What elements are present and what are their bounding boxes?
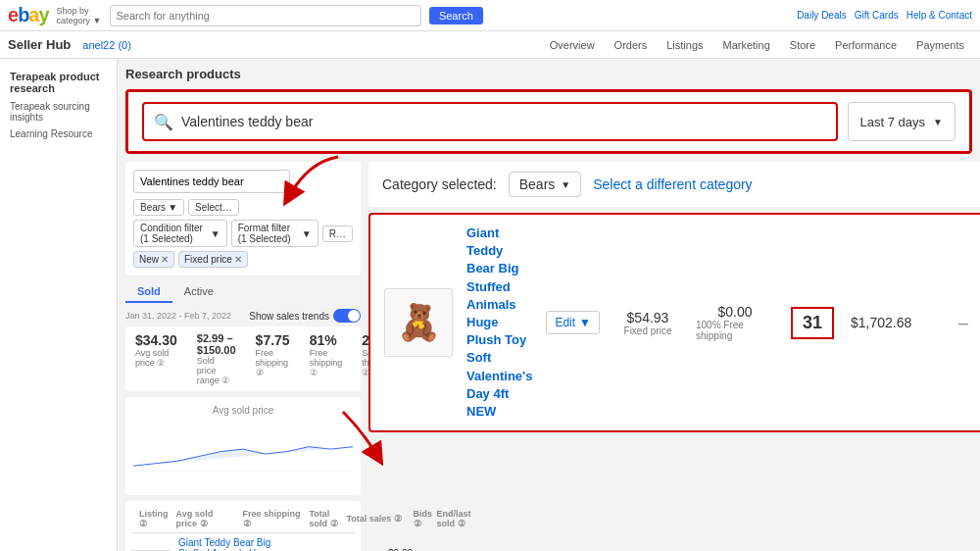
nav-payments[interactable]: Payments	[908, 39, 972, 51]
col-shipping: Free shipping ②	[243, 509, 302, 528]
chevron-down-icon: ▼	[933, 117, 943, 127]
select-different-link[interactable]: Select a different category	[593, 176, 752, 192]
main-layout: Terapeak product research Terapeak sourc…	[0, 59, 980, 551]
stat-avg-price: $34.30 Avg sold price ②	[135, 332, 177, 368]
toggle-switch[interactable]	[333, 309, 361, 323]
format-filter-btn[interactable]: Format filter (1 Selected) ▼	[231, 220, 318, 247]
category-row-panel: Category selected: Bears ▼ Select a diff…	[368, 162, 980, 207]
tag-new: New ✕	[133, 251, 174, 268]
tabs-row: Sold Active	[125, 281, 361, 303]
seller-nav: Seller Hub anel22 (0) Overview Orders Li…	[0, 31, 980, 59]
sold-badge: 31	[791, 307, 834, 339]
more-label: R…	[329, 228, 346, 239]
stat-avg-price-label: Avg sold price ②	[135, 348, 177, 368]
sidebar-item-research[interactable]: Terapeak product research	[0, 67, 117, 98]
shop-by-label: Shop bycategory ▼	[57, 6, 102, 25]
left-column: Bears ▼ Select… Condition filter (1 Sele…	[125, 162, 361, 551]
cond-arrow: ▼	[211, 228, 220, 239]
row-title-1[interactable]: Giant Teddy Bear Big Stuffed Animals Hug…	[178, 537, 276, 551]
product-shipping-price: $0.00	[717, 304, 752, 320]
toggle-knob	[348, 310, 360, 322]
stat-avg-price-value: $34.30	[135, 332, 177, 348]
category-filter-btn[interactable]: Bears ▼	[133, 199, 184, 216]
stats-panel: $34.30 Avg sold price ② $2.99 – $150.00 …	[125, 326, 361, 391]
nav-store[interactable]: Store	[782, 39, 823, 51]
more-filter-btn[interactable]: R…	[322, 225, 353, 242]
research-title: Research products	[125, 67, 972, 81]
nav-orders[interactable]: Orders	[607, 39, 656, 51]
format-arrow: ▼	[302, 228, 312, 239]
small-search-panel: Bears ▼ Select… Condition filter (1 Sele…	[125, 162, 361, 276]
chevron-icon: ▼	[168, 202, 177, 213]
product-info: Giant Teddy Bear Big Stuffed Animals Hug…	[466, 225, 532, 421]
nav-listings[interactable]: Listings	[659, 39, 710, 51]
bear-icon: 🧸	[397, 302, 441, 343]
edit-arrow-icon: ▼	[579, 316, 591, 329]
help-link[interactable]: Help & Contact	[906, 10, 972, 21]
show-trends-toggle[interactable]: Show sales trends	[249, 309, 361, 323]
product-price: $54.93	[627, 310, 669, 326]
chart-x-labels: Feb 1Feb 2Feb 3Feb 4Feb 5Feb 6Feb 7	[133, 493, 353, 495]
date-range-dropdown[interactable]: Last 7 days ▼	[848, 102, 956, 141]
nav-overview[interactable]: Overview	[542, 39, 603, 51]
sidebar-item-learning[interactable]: Learning Resource	[0, 125, 117, 142]
date-range-label: Last 7 days	[860, 115, 926, 129]
condition-filter-row: Condition filter (1 Selected) ▼ Format f…	[133, 220, 353, 247]
seller-hub-title: Seller Hub	[8, 37, 71, 52]
daily-deals-link[interactable]: Daily Deals	[797, 10, 847, 21]
sidebar-item-sourcing[interactable]: Terapeak sourcing insights	[0, 98, 117, 125]
gift-cards-link[interactable]: Gift Cards	[855, 10, 899, 21]
tag-fixed-price: Fixed price ✕	[178, 251, 248, 268]
edit-button[interactable]: Edit ▼	[546, 311, 600, 334]
product-revenue: $1,702.68	[851, 315, 911, 330]
stats-header-row: Jan 31, 2022 - Feb 7, 2022 Show sales tr…	[125, 309, 361, 323]
stat-free-ship-label: Free shipping ②	[256, 348, 290, 377]
tag-fixed-close[interactable]: ✕	[234, 254, 242, 265]
product-revenue-col: $1,702.68	[851, 315, 939, 330]
stat-free-ship-pct-value: 81%	[310, 332, 343, 348]
edit-label: Edit	[555, 316, 575, 329]
product-shipping-col: $0.00 100% Free shipping	[696, 304, 774, 341]
category-label: Category selected:	[382, 176, 497, 192]
content-area: Research products 🔍 Last 7 days ▼ Bears	[118, 59, 980, 551]
product-title-link[interactable]: Giant Teddy Bear Big Stuffed Animals Hug…	[466, 225, 532, 421]
search-icon: 🔍	[154, 113, 173, 131]
table-row: 🧸 Giant Teddy Bear Big Stuffed Animals H…	[131, 533, 355, 551]
product-sold-col: 31	[788, 307, 837, 339]
condition-filter-btn[interactable]: Condition filter (1 Selected) ▼	[133, 220, 227, 247]
nav-marketing[interactable]: Marketing	[715, 39, 778, 51]
header-search-button[interactable]: Search	[429, 7, 483, 25]
col-listing: Listing ②	[139, 509, 169, 528]
col-price: Avg sold price ②	[176, 509, 235, 528]
select-category-btn[interactable]: Select…	[188, 199, 239, 216]
tag-new-close[interactable]: ✕	[161, 254, 169, 265]
product-thumbnail: 🧸	[384, 288, 453, 357]
stat-free-ship-pct: 81% Free shipping ②	[310, 332, 343, 377]
chart-title: Avg sold price	[133, 405, 353, 416]
stat-free-ship: $7.75 Free shipping ②	[256, 332, 290, 377]
product-price-col: $54.93 Fixed price	[613, 310, 682, 336]
select-label: Select…	[195, 202, 232, 213]
tag-new-label: New	[139, 254, 159, 265]
small-search-input[interactable]	[133, 170, 290, 193]
stat-price-range-label: Sold price range ②	[197, 356, 236, 385]
lower-table-header: Listing ② Avg sold price ② Free shipping…	[131, 507, 355, 533]
tab-sold[interactable]: Sold	[125, 281, 172, 303]
stat-price-range-value: $2.99 – $150.00	[197, 332, 236, 356]
chevron-down-icon: ▼	[561, 179, 570, 190]
col-sold: Total sold ②	[310, 509, 339, 528]
category-badge[interactable]: Bears ▼	[509, 172, 581, 197]
main-search-input[interactable]	[181, 114, 826, 129]
search-bar-container: 🔍	[142, 102, 838, 141]
filter-row: Bears ▼ Select…	[133, 199, 353, 216]
tab-active[interactable]: Active	[172, 281, 225, 303]
right-column: Category selected: Bears ▼ Select a diff…	[368, 162, 980, 551]
seller-hub-user: anel22 (0)	[82, 39, 131, 51]
stat-free-ship-value: $7.75	[256, 332, 290, 348]
chart-area: Avg sold price Feb 1Feb 2Feb 3Feb 4Feb 5…	[125, 397, 361, 495]
header-search-input[interactable]	[110, 5, 421, 26]
lower-table: Listing ② Avg sold price ② Free shipping…	[125, 501, 361, 551]
dash-separator: –	[958, 313, 968, 333]
tag-row: New ✕ Fixed price ✕	[133, 251, 353, 268]
nav-performance[interactable]: Performance	[827, 39, 905, 51]
